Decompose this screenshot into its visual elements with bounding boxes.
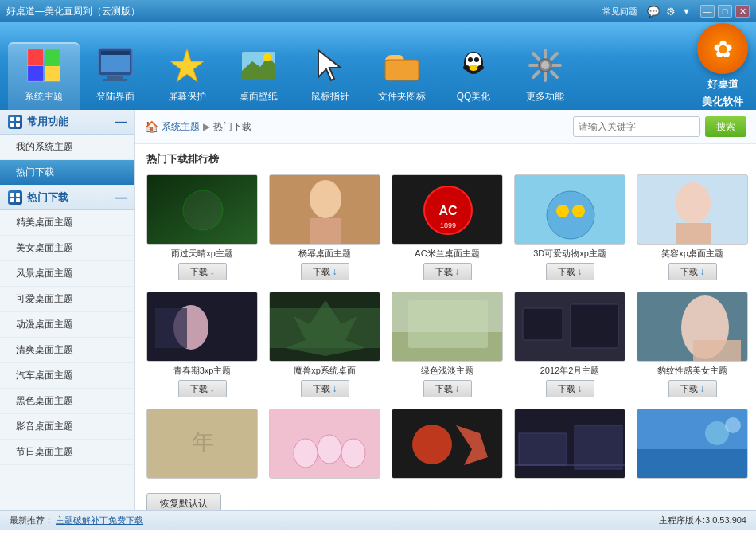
svg-line-36 (533, 72, 539, 77)
nav-label-cursor: 鼠标指针 (311, 90, 349, 104)
theme-item-1[interactable]: 雨过天晴xp主题 下载 ↓ (146, 174, 258, 280)
svg-rect-8 (45, 66, 60, 81)
nav-label-system-theme: 系统主题 (25, 90, 63, 104)
maximize-button[interactable]: □ (718, 5, 732, 18)
svg-rect-41 (10, 123, 14, 127)
themes-grid-row3: 年 (146, 409, 745, 482)
theme-item-7[interactable]: 魔兽xp系统桌面 下载 ↓ (269, 292, 380, 397)
theme-name-3: AC米兰桌面主题 (415, 248, 479, 260)
sidebar-section-hot-collapse[interactable]: — (115, 191, 127, 204)
theme-item-13[interactable] (392, 409, 503, 482)
sidebar-item-media-theme[interactable]: 影音桌面主题 (0, 414, 134, 440)
sidebar-item-beauty-theme[interactable]: 美女桌面主题 (0, 236, 134, 261)
theme-item-14[interactable] (514, 409, 625, 482)
sidebar-item-fine-theme[interactable]: 精美桌面主题 (0, 210, 134, 236)
svg-line-35 (551, 53, 557, 59)
download-btn-7[interactable]: 下载 ↓ (301, 380, 349, 397)
download-btn-6[interactable]: 下载 ↓ (178, 380, 227, 397)
theme-item-4[interactable]: 3D可爱动物xp主题 下载 ↓ (514, 174, 625, 280)
restore-default-button[interactable]: 恢复默认认 (146, 493, 221, 510)
download-btn-3[interactable]: 下载 ↓ (423, 263, 472, 280)
theme-thumb-4 (514, 174, 625, 245)
nav-label-folder-icon: 文件夹图标 (378, 90, 426, 104)
theme-name-2: 杨幂桌面主题 (298, 248, 351, 260)
sidebar-item-car-theme[interactable]: 汽车桌面主题 (0, 363, 134, 389)
breadcrumb-current: 热门下载 (213, 120, 251, 134)
svg-point-84 (341, 439, 365, 468)
nav-item-login-ui[interactable]: 登陆界面 (80, 44, 151, 110)
download-btn-2[interactable]: 下载 ↓ (301, 263, 349, 280)
nav-item-more-func[interactable]: 更多功能 (509, 44, 581, 110)
search-button[interactable]: 搜索 (705, 116, 746, 137)
content-body: 热门下载排行榜 雨过天晴xp主题 下载 ↓ (135, 144, 756, 510)
sidebar-section-icon-common (8, 115, 22, 129)
theme-item-8[interactable]: 绿色浅淡主题 下载 ↓ (392, 292, 503, 397)
nav-item-system-theme[interactable]: 系统主题 (8, 42, 80, 110)
breadcrumb-link-system-theme[interactable]: 系统主题 (162, 120, 200, 134)
theme-name-10: 豹纹性感美女主题 (657, 365, 727, 377)
download-btn-10[interactable]: 下载 ↓ (668, 380, 717, 397)
search-input[interactable] (573, 116, 700, 137)
sidebar-item-anime-theme[interactable]: 动漫桌面主题 (0, 312, 134, 338)
minimize-button[interactable]: — (700, 5, 715, 18)
brand-text-line2: 美化软件 (702, 95, 743, 109)
sidebar-item-cute-theme[interactable]: 可爱桌面主题 (0, 287, 134, 312)
nav-icons: 系统主题 登陆界面 屏幕保护 (0, 42, 756, 110)
theme-thumb-11: 年 (146, 409, 258, 479)
svg-rect-39 (10, 117, 14, 121)
svg-point-24 (468, 57, 473, 62)
download-btn-1[interactable]: 下载 ↓ (178, 263, 227, 280)
status-link[interactable]: 主题破解补丁免费下载 (56, 515, 143, 525)
theme-item-3[interactable]: AC 1899 AC米兰桌面主题 下载 ↓ (392, 174, 503, 280)
svg-point-83 (318, 435, 341, 464)
download-btn-9[interactable]: 下载 ↓ (546, 380, 594, 397)
sidebar-section-common-collapse[interactable]: — (115, 115, 127, 128)
sidebar-item-holiday-theme[interactable]: 节日桌面主题 (0, 440, 134, 465)
theme-name-4: 3D可爱动物xp主题 (533, 248, 606, 260)
login-ui-icon (94, 44, 137, 87)
theme-item-15[interactable] (637, 409, 748, 482)
theme-name-8: 绿色浅淡主题 (421, 365, 473, 377)
sidebar-item-scenery-theme[interactable]: 风景桌面主题 (0, 261, 134, 287)
theme-item-2[interactable]: 杨幂桌面主题 下载 ↓ (269, 174, 380, 280)
theme-thumb-9 (514, 292, 625, 362)
download-btn-4[interactable]: 下载 ↓ (546, 263, 594, 280)
theme-item-11[interactable]: 年 (146, 409, 258, 482)
nav-item-wallpaper[interactable]: 桌面壁纸 (223, 44, 294, 110)
nav-item-screensaver[interactable]: 屏幕保护 (151, 44, 223, 110)
sidebar-item-dark-theme[interactable]: 黑色桌面主题 (0, 389, 134, 414)
brand-text-line1: 好桌道 (707, 77, 738, 92)
nav-item-folder-icon[interactable]: 文件夹图标 (366, 44, 438, 110)
sidebar-item-hot-download[interactable]: 热门下载 (0, 160, 134, 186)
theme-item-5[interactable]: 笑容xp桌面主题 下载 ↓ (637, 174, 748, 280)
title-bar: 好桌道—美化直周到（云测版） 常见问题 💬 ⚙ ▼ — □ ✕ (0, 0, 756, 22)
theme-item-6[interactable]: 青春期3xp主题 下载 ↓ (146, 292, 258, 397)
svg-point-28 (477, 65, 484, 70)
close-button[interactable]: ✕ (735, 5, 750, 18)
theme-item-9[interactable]: 2012年2月主题 下载 ↓ (514, 292, 625, 397)
theme-item-12[interactable] (269, 409, 380, 482)
themes-grid-row1: 雨过天晴xp主题 下载 ↓ 杨幂桌面主题 (146, 174, 745, 280)
svg-text:1899: 1899 (440, 221, 456, 229)
content-header: 🏠 系统主题 ▶ 热门下载 搜索 (135, 110, 756, 144)
breadcrumb: 🏠 系统主题 ▶ 热门下载 (145, 120, 573, 134)
nav-label-wallpaper: 桌面壁纸 (240, 90, 278, 104)
nav-item-cursor[interactable]: 鼠标指针 (294, 44, 366, 110)
search-bar: 搜索 (573, 116, 746, 137)
nav-label-login-ui: 登陆界面 (96, 90, 134, 104)
download-btn-8[interactable]: 下载 ↓ (423, 380, 472, 397)
svg-rect-63 (676, 223, 711, 245)
sidebar-item-my-theme[interactable]: 我的系统主题 (0, 135, 134, 160)
wallpaper-icon (237, 44, 280, 87)
sidebar-item-fresh-theme[interactable]: 清爽桌面主题 (0, 338, 134, 363)
download-btn-5[interactable]: 下载 ↓ (668, 263, 717, 280)
theme-thumb-5 (637, 174, 748, 245)
svg-rect-6 (45, 49, 60, 65)
nav-item-qq-beauty[interactable]: QQ美化 (438, 44, 509, 110)
breadcrumb-separator: ▶ (203, 121, 210, 132)
section-title: 热门下载排行榜 (146, 152, 745, 166)
nav-label-qq-beauty: QQ美化 (457, 90, 491, 104)
theme-item-10[interactable]: 豹纹性感美女主题 下载 ↓ (637, 292, 748, 397)
help-text[interactable]: 常见问题 (602, 6, 637, 18)
sidebar-section-common-title: 常用功能 (27, 115, 68, 129)
